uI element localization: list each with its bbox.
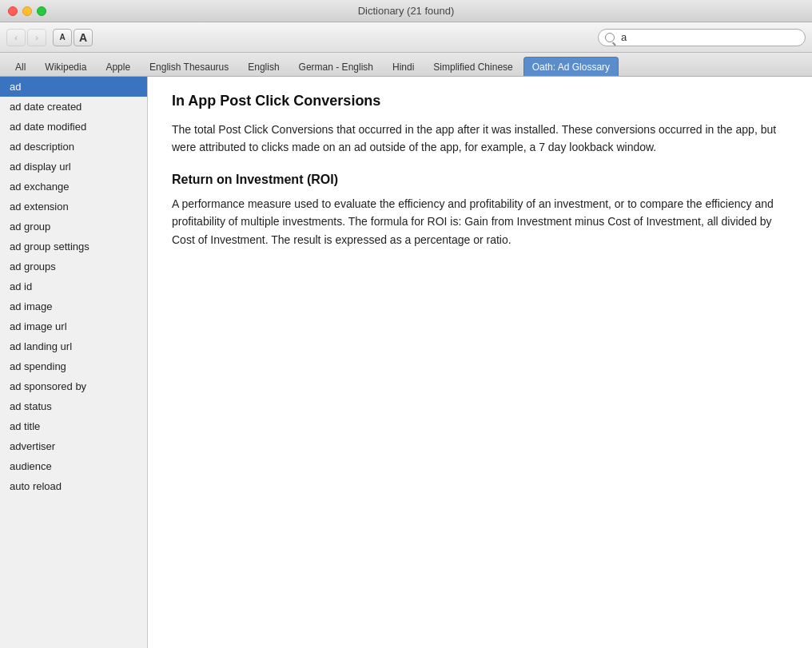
source-tab-oath-ad-glossary[interactable]: Oath: Ad Glossary [523, 57, 619, 76]
sidebar-item-ad-image-url[interactable]: ad image url [0, 316, 147, 336]
sidebar-item-ad-status[interactable]: ad status [0, 396, 147, 416]
source-tab-german-english[interactable]: German - English [290, 57, 382, 76]
main-layout: adad date createdad date modifiedad desc… [0, 77, 812, 648]
close-button[interactable] [8, 6, 18, 16]
font-size-controls: A A [53, 29, 93, 46]
sidebar-item-ad-sponsored-by[interactable]: ad sponsored by [0, 376, 147, 396]
sidebar-item-ad[interactable]: ad [0, 77, 147, 97]
source-tab-simplified-chinese[interactable]: Simplified Chinese [424, 57, 521, 76]
search-area [598, 29, 806, 46]
font-increase-button[interactable]: A [74, 29, 93, 46]
sidebar-item-ad-title[interactable]: ad title [0, 416, 147, 436]
section1-title: In App Post Click Conversions [172, 93, 788, 109]
sidebar-item-ad-group[interactable]: ad group [0, 217, 147, 237]
search-wrap [598, 29, 806, 46]
sidebar-item-ad-extension[interactable]: ad extension [0, 197, 147, 217]
sidebar-item-ad-date-created[interactable]: ad date created [0, 97, 147, 117]
toolbar: ‹ › A A [0, 22, 812, 53]
sidebar: adad date createdad date modifiedad desc… [0, 77, 148, 648]
sidebar-item-auto-reload[interactable]: auto reload [0, 476, 147, 496]
window-title: Dictionary (21 found) [358, 5, 455, 17]
sidebar-item-ad-description[interactable]: ad description [0, 137, 147, 157]
back-button[interactable]: ‹ [6, 29, 26, 46]
sidebar-item-ad-display-url[interactable]: ad display url [0, 157, 147, 177]
forward-button[interactable]: › [27, 29, 46, 46]
content-area: In App Post Click Conversions The total … [148, 77, 812, 648]
titlebar: Dictionary (21 found) [0, 0, 812, 22]
font-decrease-button[interactable]: A [53, 29, 72, 46]
minimize-button[interactable] [22, 6, 32, 16]
sidebar-item-ad-groups[interactable]: ad groups [0, 256, 147, 276]
section1-body: The total Post Click Conversions that oc… [172, 121, 788, 157]
sidebar-item-ad-group-settings[interactable]: ad group settings [0, 237, 147, 256]
nav-buttons: ‹ › [6, 29, 46, 46]
maximize-button[interactable] [37, 6, 46, 16]
sidebar-item-ad-date-modified[interactable]: ad date modified [0, 117, 147, 137]
search-input[interactable] [598, 29, 806, 46]
source-tab-hindi[interactable]: Hindi [384, 57, 423, 76]
sidebar-item-ad-exchange[interactable]: ad exchange [0, 177, 147, 197]
sidebar-item-advertiser[interactable]: advertiser [0, 436, 147, 456]
window-controls [8, 6, 46, 16]
source-tab-english[interactable]: English [239, 57, 288, 76]
section2-body: A performance measure used to evaluate t… [172, 195, 788, 248]
source-tab-english-thesaurus[interactable]: English Thesaurus [141, 57, 237, 76]
sidebar-item-ad-image[interactable]: ad image [0, 296, 147, 316]
sidebar-item-ad-id[interactable]: ad id [0, 276, 147, 296]
section2-title: Return on Investment (ROI) [172, 173, 788, 187]
source-tab-all[interactable]: All [6, 57, 34, 76]
sidebar-item-audience[interactable]: audience [0, 456, 147, 476]
source-tab-apple[interactable]: Apple [97, 57, 139, 76]
source-tab-wikipedia[interactable]: Wikipedia [36, 57, 95, 76]
sidebar-item-ad-landing-url[interactable]: ad landing url [0, 336, 147, 356]
source-tabs-bar: AllWikipediaAppleEnglish ThesaurusEnglis… [0, 53, 812, 77]
sidebar-item-ad-spending[interactable]: ad spending [0, 356, 147, 376]
